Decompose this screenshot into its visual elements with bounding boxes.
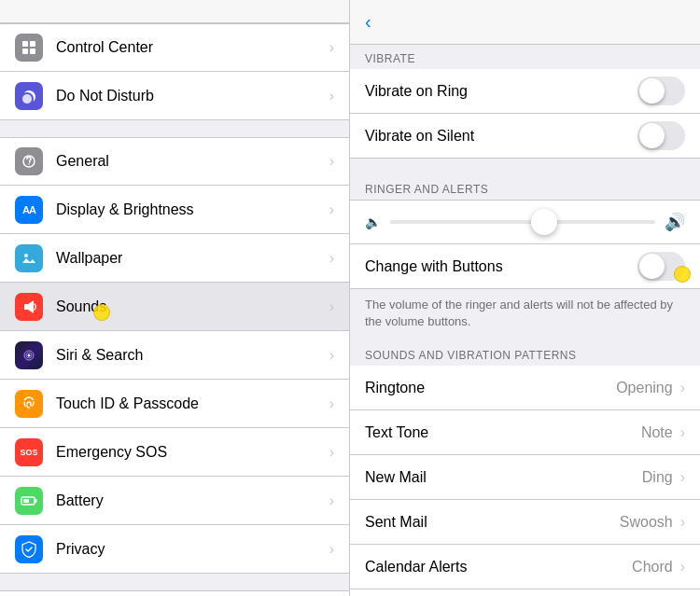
- sidebar-item-itunes[interactable]: iTunes & App Store›: [0, 590, 349, 596]
- calendar-alerts-chevron-icon: ›: [680, 559, 685, 575]
- wallpaper-label: Wallpaper: [56, 250, 329, 267]
- calendar-alerts-value: Chord: [632, 559, 673, 575]
- text-tone-row[interactable]: Text ToneNote›: [350, 410, 700, 455]
- sidebar-item-display[interactable]: AADisplay & Brightness›: [0, 186, 349, 234]
- display-icon: AA: [15, 196, 43, 224]
- right-panel: ‹ VIBRATEVibrate on RingVibrate on Silen…: [350, 0, 700, 596]
- ringer-slider-row: 🔈 🔊: [350, 200, 700, 244]
- vibrate-silent-label: Vibrate on Silent: [365, 128, 637, 145]
- vibrate-silent-toggle[interactable]: [637, 121, 685, 150]
- sent-mail-chevron-icon: ›: [680, 514, 685, 531]
- sidebar-item-battery[interactable]: Battery›: [0, 477, 349, 525]
- do-not-disturb-label: Do Not Disturb: [56, 88, 329, 104]
- svg-rect-7: [24, 304, 28, 310]
- control-center-chevron-icon: ›: [329, 39, 334, 56]
- sidebar-item-siri[interactable]: Siri & Search›: [0, 331, 349, 380]
- svg-rect-3: [30, 49, 35, 54]
- general-chevron-icon: ›: [329, 153, 334, 170]
- change-with-buttons-row: Change with Buttons: [350, 244, 700, 289]
- do-not-disturb-icon: [15, 82, 43, 110]
- emergency-label: Emergency SOS: [56, 444, 329, 461]
- ringer-slider[interactable]: [390, 220, 655, 224]
- touch-id-icon: [15, 390, 43, 418]
- svg-point-6: [24, 254, 28, 257]
- new-mail-row[interactable]: New MailDing›: [350, 455, 700, 500]
- vibrate-silent-row: Vibrate on Silent: [350, 114, 700, 159]
- general-icon: [15, 147, 43, 175]
- sent-mail-label: Sent Mail: [365, 514, 620, 531]
- section-header-0: VIBRATE: [350, 45, 700, 69]
- svg-point-5: [28, 163, 30, 165]
- sent-mail-value: Swoosh: [620, 514, 673, 531]
- section-header-1: RINGER AND ALERTS: [350, 175, 700, 200]
- section-header-2: SOUNDS AND VIBRATION PATTERNS: [350, 341, 700, 366]
- touch-id-label: Touch ID & Passcode: [56, 395, 329, 412]
- text-tone-label: Text Tone: [365, 424, 641, 441]
- right-header: ‹: [350, 0, 700, 45]
- ringtone-chevron-icon: ›: [680, 380, 685, 396]
- battery-label: Battery: [56, 492, 329, 509]
- back-button[interactable]: ‹: [365, 11, 373, 33]
- general-label: General: [56, 153, 329, 170]
- ringtone-row[interactable]: RingtoneOpening›: [350, 366, 700, 410]
- sounds-icon: [15, 293, 43, 321]
- privacy-icon: [15, 535, 43, 563]
- right-content: VIBRATEVibrate on RingVibrate on SilentR…: [350, 45, 700, 596]
- new-mail-value: Ding: [642, 469, 673, 486]
- sidebar-item-control-center[interactable]: Control Center›: [0, 23, 349, 72]
- wallpaper-icon: [15, 244, 43, 272]
- siri-icon: [15, 341, 43, 369]
- volume-high-icon: 🔊: [665, 212, 685, 232]
- privacy-label: Privacy: [56, 541, 329, 558]
- sidebar-item-touch-id[interactable]: Touch ID & Passcode›: [0, 380, 349, 428]
- emergency-chevron-icon: ›: [329, 444, 334, 461]
- svg-marker-8: [28, 300, 34, 313]
- svg-rect-2: [22, 49, 28, 54]
- control-center-icon: [15, 34, 43, 62]
- display-chevron-icon: ›: [329, 201, 334, 218]
- siri-label: Siri & Search: [56, 347, 329, 364]
- volume-low-icon: 🔈: [365, 215, 381, 229]
- reminder-alerts-row[interactable]: Reminder AlertsChord›: [350, 589, 700, 596]
- sounds-chevron-icon: ›: [329, 298, 334, 315]
- sidebar-item-privacy[interactable]: Privacy›: [0, 525, 349, 574]
- sidebar-item-emergency[interactable]: SOSEmergency SOS›: [0, 428, 349, 477]
- display-label: Display & Brightness: [56, 201, 329, 218]
- calendar-alerts-row[interactable]: Calendar AlertsChord›: [350, 545, 700, 589]
- new-mail-label: New Mail: [365, 469, 642, 486]
- svg-rect-1: [30, 41, 35, 47]
- settings-list: Control Center› Do Not Disturb› General›…: [0, 23, 349, 596]
- battery-icon: [15, 487, 43, 515]
- text-tone-value: Note: [641, 424, 673, 441]
- touch-id-chevron-icon: ›: [329, 395, 334, 412]
- vibrate-ring-row: Vibrate on Ring: [350, 69, 700, 114]
- sidebar-item-wallpaper[interactable]: Wallpaper›: [0, 234, 349, 283]
- ringtone-value: Opening: [616, 380, 673, 396]
- left-panel: Control Center› Do Not Disturb› General›…: [0, 0, 350, 596]
- vibrate-ring-label: Vibrate on Ring: [365, 83, 637, 100]
- sidebar-item-do-not-disturb[interactable]: Do Not Disturb›: [0, 72, 349, 120]
- wallpaper-chevron-icon: ›: [329, 250, 334, 267]
- control-center-label: Control Center: [56, 39, 329, 56]
- ringtone-label: Ringtone: [365, 380, 616, 396]
- new-mail-chevron-icon: ›: [680, 469, 685, 486]
- privacy-chevron-icon: ›: [329, 541, 334, 558]
- change-with-buttons-label: Change with Buttons: [365, 258, 637, 275]
- svg-rect-14: [23, 499, 29, 503]
- sidebar-item-general[interactable]: General›: [0, 137, 349, 186]
- vibrate-ring-toggle[interactable]: [637, 76, 685, 105]
- siri-chevron-icon: ›: [329, 347, 334, 364]
- svg-point-11: [28, 353, 31, 356]
- left-header: [0, 0, 349, 23]
- sidebar-item-sounds[interactable]: Sounds›: [0, 283, 349, 331]
- calendar-alerts-label: Calendar Alerts: [365, 559, 632, 575]
- sent-mail-row[interactable]: Sent MailSwoosh›: [350, 500, 700, 545]
- do-not-disturb-chevron-icon: ›: [329, 88, 334, 104]
- change-with-buttons-info: The volume of the ringer and alerts will…: [350, 289, 700, 341]
- text-tone-chevron-icon: ›: [680, 424, 685, 441]
- svg-rect-13: [35, 499, 37, 503]
- back-chevron-icon: ‹: [365, 11, 371, 33]
- svg-rect-0: [22, 41, 28, 47]
- emergency-icon: SOS: [15, 438, 43, 466]
- battery-chevron-icon: ›: [329, 492, 334, 509]
